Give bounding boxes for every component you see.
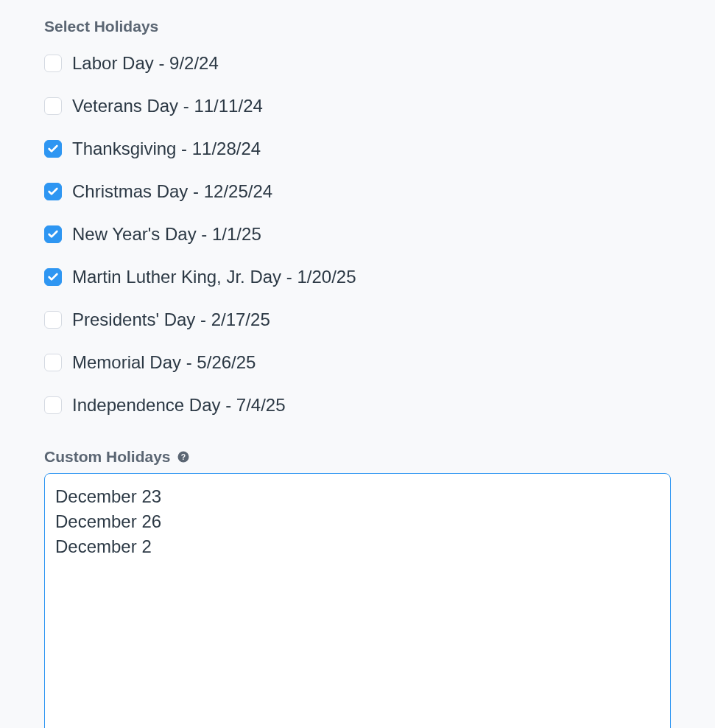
holiday-item-labor-day[interactable]: Labor Day - 9/2/24 [44, 53, 671, 74]
holiday-label[interactable]: Veterans Day - 11/11/24 [72, 96, 263, 116]
holiday-label[interactable]: Presidents' Day - 2/17/25 [72, 309, 270, 330]
holiday-label[interactable]: Memorial Day - 5/26/25 [72, 352, 256, 373]
holiday-item-new-years-day[interactable]: New Year's Day - 1/1/25 [44, 224, 671, 245]
holiday-checkbox-mlk-day[interactable] [44, 268, 62, 286]
holiday-item-christmas-day[interactable]: Christmas Day - 12/25/24 [44, 181, 671, 202]
svg-text:?: ? [180, 452, 185, 461]
holiday-label[interactable]: Christmas Day - 12/25/24 [72, 181, 272, 202]
holiday-list: Labor Day - 9/2/24 Veterans Day - 11/11/… [44, 53, 671, 416]
holiday-checkbox-independence-day[interactable] [44, 396, 62, 414]
holiday-label[interactable]: Martin Luther King, Jr. Day - 1/20/25 [72, 267, 356, 287]
holiday-checkbox-thanksgiving[interactable] [44, 140, 62, 158]
holiday-item-independence-day[interactable]: Independence Day - 7/4/25 [44, 395, 671, 416]
custom-holidays-input[interactable] [44, 473, 671, 728]
help-icon[interactable]: ? [177, 450, 190, 463]
holiday-checkbox-presidents-day[interactable] [44, 311, 62, 329]
holiday-label[interactable]: Independence Day - 7/4/25 [72, 395, 286, 416]
holiday-item-mlk-day[interactable]: Martin Luther King, Jr. Day - 1/20/25 [44, 267, 671, 287]
custom-holidays-header: Custom Holidays ? [44, 448, 671, 466]
holiday-label[interactable]: Labor Day - 9/2/24 [72, 53, 219, 74]
check-icon [47, 271, 59, 283]
select-holidays-title: Select Holidays [44, 18, 671, 35]
check-icon [47, 228, 59, 240]
holiday-checkbox-labor-day[interactable] [44, 55, 62, 72]
holiday-checkbox-memorial-day[interactable] [44, 354, 62, 371]
custom-holidays-title: Custom Holidays [44, 448, 171, 466]
check-icon [47, 186, 59, 197]
holiday-item-presidents-day[interactable]: Presidents' Day - 2/17/25 [44, 309, 671, 330]
check-icon [47, 143, 59, 155]
holiday-checkbox-veterans-day[interactable] [44, 97, 62, 115]
holiday-checkbox-new-years-day[interactable] [44, 225, 62, 243]
holiday-item-thanksgiving[interactable]: Thanksgiving - 11/28/24 [44, 139, 671, 159]
holiday-item-veterans-day[interactable]: Veterans Day - 11/11/24 [44, 96, 671, 116]
holiday-item-memorial-day[interactable]: Memorial Day - 5/26/25 [44, 352, 671, 373]
holiday-checkbox-christmas-day[interactable] [44, 183, 62, 200]
holiday-label[interactable]: Thanksgiving - 11/28/24 [72, 139, 261, 159]
holiday-label[interactable]: New Year's Day - 1/1/25 [72, 224, 261, 245]
